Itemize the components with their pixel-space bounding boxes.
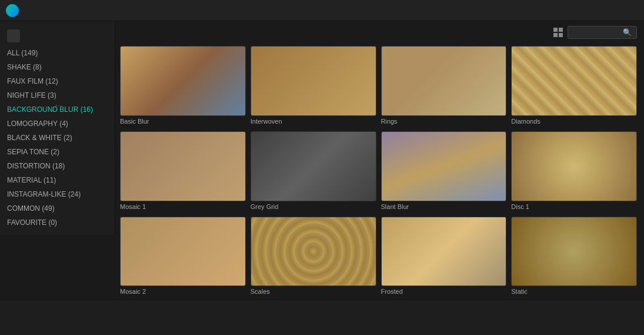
filter-thumbnail-7 [511,131,637,201]
sidebar-item-11[interactable]: COMMON (49) [0,201,115,215]
menu-edit[interactable] [45,8,52,13]
search-icon: 🔍 [623,28,632,37]
menu-bar [0,0,644,21]
sidebar-item-9[interactable]: MATERIAL (11) [0,173,115,187]
filter-item-5[interactable]: Grey Grid [251,131,376,212]
sidebar-item-10[interactable]: INSTAGRAM-LIKE (24) [0,187,115,201]
filter-label-5: Grey Grid [251,201,376,212]
sidebar: ALL (149)SHAKE (8)FAUX FILM (12)NIGHT LI… [0,21,115,234]
filter-grid-container: Basic BlurInterwovenRingsDiamondsMosaic … [115,44,644,300]
filter-item-11[interactable]: Static [511,217,637,297]
filter-item-2[interactable]: Rings [381,46,507,127]
search-box: 🔍 [568,26,637,39]
filter-item-4[interactable]: Mosaic 1 [120,131,246,212]
filter-label-8: Mosaic 2 [120,286,246,297]
filter-thumbnail-4 [120,131,246,201]
filter-item-8[interactable]: Mosaic 2 [120,217,246,297]
content-header: 🔍 [115,21,644,44]
grid-view-button[interactable] [553,28,563,37]
sidebar-items-list: ALL (149)SHAKE (8)FAUX FILM (12)NIGHT LI… [0,46,115,230]
filter-thumbnail-5 [251,131,376,201]
filter-thumbnail-10 [381,217,507,287]
back-button[interactable] [7,29,20,42]
filter-thumbnail-6 [381,131,507,201]
filter-label-2: Rings [381,116,507,127]
filter-thumbnail-3 [511,46,637,116]
menu-help[interactable] [78,8,85,13]
filter-thumbnail-11 [511,217,637,287]
filter-item-10[interactable]: Frosted [381,217,507,297]
sidebar-item-6[interactable]: BLACK & WHITE (2) [0,131,115,145]
filter-item-9[interactable]: Scales [251,217,376,297]
filter-grid: Basic BlurInterwovenRingsDiamondsMosaic … [120,46,637,300]
search-input[interactable] [573,28,620,37]
filter-thumbnail-8 [120,217,246,287]
filter-item-7[interactable]: Disc 1 [511,131,637,212]
sidebar-item-8[interactable]: DISTORTION (18) [0,159,115,173]
filter-label-11: Static [511,286,637,297]
filter-thumbnail-0 [120,46,246,116]
main-content: ALL (149)SHAKE (8)FAUX FILM (12)NIGHT LI… [0,21,644,300]
sidebar-item-3[interactable]: NIGHT LIFE (3) [0,88,115,102]
filter-label-3: Diamonds [511,116,637,127]
filter-thumbnail-9 [251,217,376,287]
sidebar-item-2[interactable]: FAUX FILM (12) [0,74,115,88]
app-logo [6,4,19,17]
content-area: 🔍 Basic BlurInterwovenRingsDiamondsMosai… [115,21,644,300]
filter-item-0[interactable]: Basic Blur [120,46,246,127]
sidebar-item-0[interactable]: ALL (149) [0,46,115,60]
sidebar-item-7[interactable]: SEPIA TONE (2) [0,145,115,159]
filter-label-4: Mosaic 1 [120,201,246,212]
filter-label-10: Frosted [381,286,507,297]
sidebar-header [0,26,115,46]
filter-label-6: Slant Blur [381,201,507,212]
filter-label-1: Interwoven [251,116,376,127]
filter-label-9: Scales [251,286,376,297]
menu-file[interactable] [28,8,35,13]
filter-label-7: Disc 1 [511,201,637,212]
filter-item-3[interactable]: Diamonds [511,46,637,127]
sidebar-item-1[interactable]: SHAKE (8) [0,60,115,74]
sidebar-item-4[interactable]: BACKGROUND BLUR (16) [0,102,115,117]
filter-thumbnail-2 [381,46,507,116]
filter-item-6[interactable]: Slant Blur [381,131,507,212]
filter-label-0: Basic Blur [120,116,246,127]
bottom-toolbar [0,300,644,335]
filter-item-1[interactable]: Interwoven [251,46,376,127]
filter-thumbnail-1 [251,46,376,116]
sidebar-item-5[interactable]: LOMOGRAPHY (4) [0,117,115,131]
menu-export[interactable] [61,8,68,13]
sidebar-item-12[interactable]: FAVOURITE (0) [0,215,115,230]
